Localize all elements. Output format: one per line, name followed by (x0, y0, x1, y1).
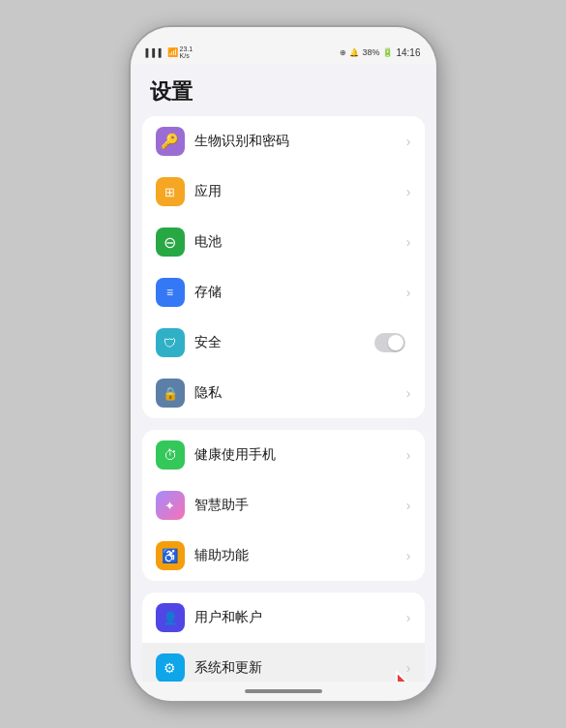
settings-list[interactable]: 🔑 生物识别和密码 › ⊞ 应用 › ⊖ 电池 › ≡ 存储 › (131, 116, 436, 682)
system-update-icon: ⚙ (156, 653, 185, 682)
battery-chevron: › (406, 234, 411, 250)
biometric-chevron: › (406, 134, 411, 149)
accessibility-label: 辅助功能 (194, 547, 406, 564)
security-icon: 🛡 (156, 328, 185, 357)
settings-item-apps[interactable]: ⊞ 应用 › (142, 167, 425, 217)
privacy-label: 隐私 (194, 384, 406, 402)
status-bar: ▌▌▌ 📶 23.1K/s ⊕ 🔔 38% 🔋 14:16 (131, 27, 436, 64)
storage-chevron: › (406, 285, 411, 300)
privacy-icon: 🔒 (156, 379, 185, 408)
apps-label: 应用 (194, 183, 406, 200)
svg-marker-0 (397, 672, 414, 682)
cursor-svg (393, 670, 425, 682)
cursor-pointer (393, 670, 425, 682)
phone-bottom (131, 682, 436, 701)
assistant-chevron: › (406, 498, 411, 513)
accessibility-chevron: › (406, 548, 411, 563)
time-text: 14:16 (396, 47, 420, 58)
accounts-icon: 👤 (156, 603, 185, 632)
settings-item-assistant[interactable]: ✦ 智慧助手 › (142, 480, 425, 531)
settings-item-health[interactable]: ⏱ 健康使用手机 › (142, 430, 425, 480)
accounts-label: 用户和帐户 (194, 609, 406, 626)
settings-item-storage[interactable]: ≡ 存储 › (142, 267, 425, 318)
biometric-label: 生物识别和密码 (194, 133, 406, 150)
wifi-icon: 📶 (167, 47, 178, 57)
settings-item-biometric[interactable]: 🔑 生物识别和密码 › (142, 116, 425, 167)
security-toggle[interactable] (374, 333, 405, 352)
signal-text: ▌▌▌ (146, 48, 165, 57)
settings-item-battery[interactable]: ⊖ 电池 › (142, 217, 425, 267)
battery-text: 38% (362, 47, 379, 57)
privacy-chevron: › (406, 385, 411, 401)
accounts-chevron: › (406, 610, 411, 625)
storage-label: 存储 (194, 284, 406, 301)
settings-group-1: 🔑 生物识别和密码 › ⊞ 应用 › ⊖ 电池 › ≡ 存储 › (142, 116, 425, 418)
storage-icon: ≡ (156, 278, 185, 307)
page-title: 设置 (131, 64, 436, 116)
settings-item-accessibility[interactable]: ♿ 辅助功能 › (142, 531, 425, 581)
settings-group-3: 👤 用户和帐户 › ⚙ 系统和更新 › HMS (142, 592, 425, 682)
nfc-icon: ⊕ (340, 48, 346, 57)
apps-chevron: › (406, 184, 411, 199)
screen-content: 设置 🔑 生物识别和密码 › ⊞ 应用 › ⊖ 电池 › (131, 64, 436, 682)
battery-label: 电池 (194, 233, 406, 251)
status-right: ⊕ 🔔 38% 🔋 14:16 (340, 47, 420, 58)
sound-icon: 🔔 (349, 48, 359, 57)
battery-icon: 🔋 (382, 47, 393, 57)
status-left: ▌▌▌ 📶 23.1K/s (146, 46, 194, 59)
settings-item-privacy[interactable]: 🔒 隐私 › (142, 368, 425, 418)
apps-icon: ⊞ (156, 177, 185, 206)
speed-text: 23.1K/s (180, 46, 194, 59)
settings-item-accounts[interactable]: 👤 用户和帐户 › (142, 592, 425, 643)
health-label: 健康使用手机 (194, 446, 406, 464)
settings-item-security[interactable]: 🛡 安全 (142, 318, 425, 368)
assistant-label: 智慧助手 (194, 497, 406, 514)
security-label: 安全 (194, 334, 374, 351)
settings-item-system-update[interactable]: ⚙ 系统和更新 › (142, 643, 425, 682)
battery-icon-setting: ⊖ (156, 228, 185, 257)
system-update-label: 系统和更新 (194, 659, 406, 677)
home-indicator (245, 689, 322, 693)
biometric-icon: 🔑 (156, 127, 185, 156)
settings-group-2: ⏱ 健康使用手机 › ✦ 智慧助手 › ♿ 辅助功能 › (142, 430, 425, 581)
accessibility-icon: ♿ (156, 541, 185, 570)
health-chevron: › (406, 447, 411, 463)
assistant-icon: ✦ (156, 491, 185, 520)
health-icon: ⏱ (156, 440, 185, 470)
phone-frame: ▌▌▌ 📶 23.1K/s ⊕ 🔔 38% 🔋 14:16 设置 🔑 生物识别和… (129, 25, 438, 703)
